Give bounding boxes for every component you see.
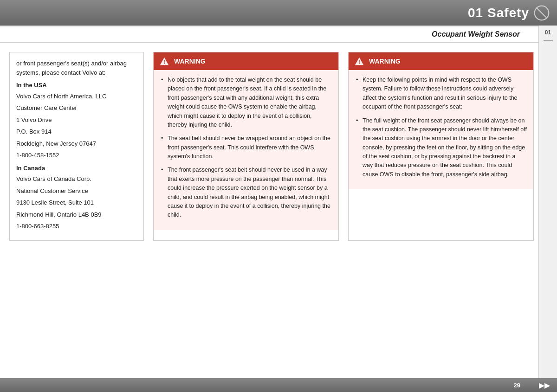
usa-label: In the USA xyxy=(16,81,137,90)
canada-line-5: 1-800-663-8255 xyxy=(16,222,137,231)
canada-label: In Canada xyxy=(16,164,137,173)
intro-text: or front passenger's seat(s) and/or airb… xyxy=(16,59,137,77)
section-title: Occupant Weight Sensor xyxy=(432,30,520,39)
right-sidebar: 01 xyxy=(538,26,557,378)
warning-list-left: No objects that add to the total weight … xyxy=(160,76,332,220)
warning-item-left-1: No objects that add to the total weight … xyxy=(160,76,332,129)
canada-line-3: 9130 Leslie Street, Suite 101 xyxy=(16,198,137,207)
warning-item-left-2: The seat belt should never be wrapped ar… xyxy=(160,134,332,161)
warning-body-left: No objects that add to the total weight … xyxy=(154,70,338,230)
usa-line-6: 1-800-458-1552 xyxy=(16,151,137,160)
usa-line-2: Customer Care Center xyxy=(16,103,137,113)
usa-line-4: P.O. Box 914 xyxy=(16,127,137,136)
svg-text:!: ! xyxy=(358,59,360,65)
sidebar-divider xyxy=(544,40,553,41)
warning-triangle-icon-right: ! xyxy=(354,56,364,66)
warning-columns: ! WARNING No objects that add to the tot… xyxy=(153,52,534,241)
warning-item-right-2: The full weight of the front seat passen… xyxy=(355,116,527,180)
content-area: or front passenger's seat(s) and/or airb… xyxy=(0,43,557,250)
bottom-bar: 29 ▶▶ xyxy=(0,378,557,392)
warning-title-left: WARNING xyxy=(174,58,206,65)
next-arrow: ▶▶ xyxy=(539,381,550,390)
warning-item-right-1: Keep the following points in mind with r… xyxy=(355,76,527,112)
left-content-box: or front passenger's seat(s) and/or airb… xyxy=(9,52,144,241)
no-symbol-icon xyxy=(533,5,550,21)
warning-list-right: Keep the following points in mind with r… xyxy=(355,76,527,179)
page-number: 29 xyxy=(514,382,520,389)
warning-triangle-icon-left: ! xyxy=(159,56,169,66)
usa-line-3: 1 Volvo Drive xyxy=(16,116,137,125)
warning-item-left-3: The front passenger's seat belt should n… xyxy=(160,166,332,219)
left-column: or front passenger's seat(s) and/or airb… xyxy=(9,52,144,241)
warning-header-right: ! WARNING xyxy=(349,52,533,70)
svg-text:!: ! xyxy=(163,59,165,65)
usa-line-5: Rockleigh, New Jersey 07647 xyxy=(16,139,137,148)
sidebar-chapter-label: 01 xyxy=(545,29,551,36)
warning-title-right: WARNING xyxy=(369,58,401,65)
canada-line-2: National Customer Service xyxy=(16,186,137,196)
svg-line-1 xyxy=(536,7,547,18)
canada-line-4: Richmond Hill, Ontario L4B 0B9 xyxy=(16,210,137,219)
warning-header-left: ! WARNING xyxy=(154,52,338,70)
warning-box-left: ! WARNING No objects that add to the tot… xyxy=(153,52,339,241)
section-title-bar: Occupant Weight Sensor xyxy=(0,26,557,43)
warning-body-right: Keep the following points in mind with r… xyxy=(349,70,533,189)
warning-box-right: ! WARNING Keep the following points in m… xyxy=(348,52,534,241)
header-title: 01 Safety xyxy=(468,6,529,20)
top-header: 01 Safety xyxy=(0,0,557,26)
canada-line-1: Volvo Cars of Canada Corp. xyxy=(16,174,137,184)
usa-line-1: Volvo Cars of North America, LLC xyxy=(16,92,137,101)
